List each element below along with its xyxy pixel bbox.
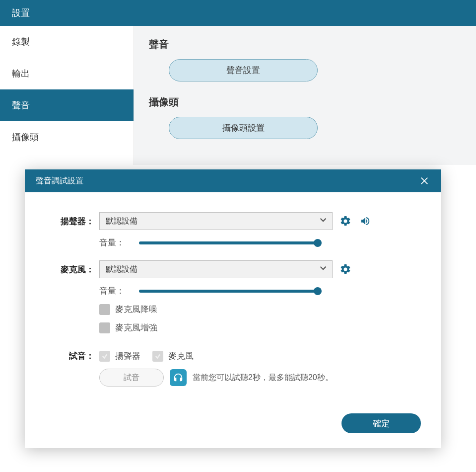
test-mic-label: 麥克風 bbox=[168, 350, 194, 362]
mic-settings-gear-icon[interactable] bbox=[339, 262, 352, 276]
sidebar-item-output[interactable]: 輸出 bbox=[0, 58, 134, 89]
mic-select-value: 默認設備 bbox=[106, 264, 137, 275]
test-speaker-label: 揚聲器 bbox=[115, 350, 140, 362]
speaker-select-value: 默認設備 bbox=[106, 216, 137, 227]
slider-thumb-icon[interactable] bbox=[314, 239, 322, 247]
mic-volume-slider[interactable] bbox=[139, 290, 318, 293]
test-label: 試音： bbox=[45, 350, 99, 362]
sidebar: 錄製 輸出 聲音 攝像頭 鼠標和鍵盤 bbox=[0, 26, 134, 165]
speaker-volume-slider[interactable] bbox=[139, 241, 318, 244]
mic-noise-reduction-label: 麥克風降噪 bbox=[115, 304, 157, 315]
test-speaker-checkbox[interactable] bbox=[99, 351, 110, 362]
sidebar-item-sound[interactable]: 聲音 bbox=[0, 89, 134, 121]
sound-settings-button[interactable]: 聲音設置 bbox=[169, 59, 318, 81]
chevron-down-icon bbox=[319, 216, 328, 227]
mic-enhance-checkbox[interactable] bbox=[99, 322, 110, 333]
ok-button[interactable]: 確定 bbox=[341, 413, 421, 433]
chevron-down-icon bbox=[319, 264, 328, 275]
settings-window: 設置 錄製 輸出 聲音 攝像頭 鼠標和鍵盤 聲音 聲音設置 攝像頭 攝像頭設置 bbox=[0, 0, 476, 165]
mic-volume-label: 音量： bbox=[99, 285, 139, 297]
test-button[interactable]: 試音 bbox=[99, 369, 164, 387]
window-titlebar: 設置 bbox=[0, 0, 476, 26]
section-heading-camera: 攝像頭 bbox=[149, 95, 461, 109]
sound-test-modal: 聲音調試設置 揚聲器： 默認設備 音量： bbox=[25, 169, 441, 448]
main-panel: 聲音 聲音設置 攝像頭 攝像頭設置 bbox=[134, 26, 476, 165]
speaker-settings-gear-icon[interactable] bbox=[339, 214, 352, 228]
section-heading-sound: 聲音 bbox=[149, 38, 461, 51]
mic-select[interactable]: 默認設備 bbox=[99, 260, 333, 278]
mic-enhance-label: 麥克風增強 bbox=[115, 322, 157, 333]
mic-noise-reduction-checkbox[interactable] bbox=[99, 304, 110, 315]
sidebar-item-camera[interactable]: 攝像頭 bbox=[0, 121, 134, 153]
sidebar-item-mouse-keyboard[interactable]: 鼠標和鍵盤 bbox=[0, 153, 134, 163]
test-description: 當前您可以試聽2秒，最多能試聽20秒。 bbox=[193, 372, 421, 383]
headphone-icon bbox=[170, 369, 187, 386]
test-mic-checkbox[interactable] bbox=[152, 351, 163, 362]
sidebar-item-record[interactable]: 錄製 bbox=[0, 26, 134, 58]
camera-settings-button[interactable]: 攝像頭設置 bbox=[169, 117, 318, 139]
mic-label: 麥克風： bbox=[45, 264, 99, 275]
modal-title: 聲音調試設置 bbox=[36, 176, 83, 186]
speaker-equalizer-icon[interactable] bbox=[358, 214, 372, 228]
slider-thumb-icon[interactable] bbox=[314, 287, 322, 295]
speaker-volume-label: 音量： bbox=[99, 237, 139, 248]
speaker-label: 揚聲器： bbox=[45, 216, 99, 227]
close-icon[interactable] bbox=[419, 175, 430, 186]
speaker-select[interactable]: 默認設備 bbox=[99, 212, 333, 230]
